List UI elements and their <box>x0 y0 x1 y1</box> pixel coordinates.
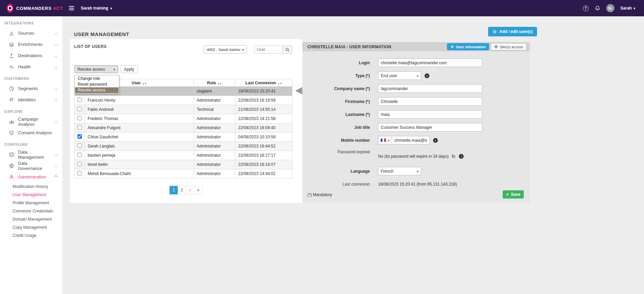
page-1-button[interactable]: 1 <box>169 186 178 194</box>
table-row[interactable]: Francois Henry Administrator 22/08/2023 … <box>75 96 292 105</box>
menu-item-change-role[interactable]: Change role <box>75 76 119 82</box>
add-edit-user-button[interactable]: Add / edit user(s) <box>488 27 537 36</box>
brand-accent: ACT <box>53 6 63 11</box>
lastname-label: Lastname (*) <box>302 112 370 117</box>
account-select-value: 4452 - Sarah training <box>207 48 240 52</box>
sidebar-subitem-credit-usage[interactable]: Credit Usage <box>0 231 62 240</box>
table-row[interactable]: Fabio Andreoli Technical 21/08/2023 14:5… <box>75 105 292 114</box>
password-info-icon[interactable] <box>459 154 464 159</box>
login-field[interactable] <box>378 58 482 67</box>
table-row[interactable]: Frederic Thomas Administrator 22/08/2023… <box>75 114 292 123</box>
sidebar-subitem-copy-management[interactable]: Copy Management <box>0 223 62 231</box>
sort-icons[interactable] <box>276 81 282 85</box>
sidebar-item-label: Segments <box>18 86 38 91</box>
sidebar-item-data-governance[interactable]: Data Governance <box>0 160 62 171</box>
role-column-header[interactable]: Role <box>194 79 235 87</box>
cell-last-connexion: 18/08/2023 15:20:41 <box>235 87 292 96</box>
row-checkbox[interactable] <box>77 116 82 120</box>
workspace-selector[interactable]: Sarah training <box>81 6 112 11</box>
sidebar-subitem-modification-history[interactable]: Modification History <box>0 183 62 191</box>
cell-user: Fabio Andreoli <box>85 105 194 114</box>
user-menu[interactable]: Sarah <box>621 6 635 11</box>
save-button[interactable]: Save <box>503 190 524 198</box>
health-pulse-icon <box>9 64 14 70</box>
tab-sites-access[interactable]: Site(s) access <box>491 43 526 50</box>
menu-icon[interactable] <box>67 3 76 13</box>
job-title-field[interactable] <box>378 123 482 132</box>
tab-label: Site(s) access <box>500 45 523 49</box>
table-row[interactable]: Sarah Langlais Administrator 22/08/2023 … <box>75 142 292 151</box>
sidebar-item-campaign-analysis[interactable]: Campaign Analysis <box>0 116 62 127</box>
panel-header: CHRISTELLE MAIA - USER INFORMATION User … <box>302 42 530 51</box>
search-button[interactable] <box>283 46 292 54</box>
tab-user-information[interactable]: User information <box>447 43 489 50</box>
refresh-password-icon[interactable]: ↻ <box>451 154 455 159</box>
sidebar-subitem-user-management[interactable]: User Management <box>0 191 62 199</box>
type-select[interactable]: End user <box>378 71 421 80</box>
lastname-field[interactable] <box>378 110 482 119</box>
sidebar-item-sources[interactable]: Sources <box>0 28 62 39</box>
cell-user: Alexandre Fulgoni <box>85 123 194 133</box>
chevron-down-icon <box>242 48 244 52</box>
cell-last-connexion: 22/08/2023 14:44:02 <box>235 169 292 178</box>
sidebar-subitem-domain-management[interactable]: Domain Management <box>0 215 62 223</box>
tab-label: User information <box>456 45 486 49</box>
password-expired-value: No (its password will expire in 24 days) <box>378 154 448 159</box>
table-row[interactable]: bastien pemeja Administrator 22/08/2023 … <box>75 151 292 160</box>
chevron-down-icon <box>54 120 57 123</box>
firstname-field[interactable] <box>378 97 482 106</box>
table-row[interactable]: Mehdi Benouada-Chaht Administrator 22/08… <box>75 169 292 178</box>
apply-button[interactable]: Apply <box>121 65 138 73</box>
notifications-bell-icon[interactable] <box>595 5 600 11</box>
menu-item-reset-password[interactable]: Reset password <box>75 82 119 87</box>
sidebar-item-destinations[interactable]: Destinations <box>0 50 62 61</box>
row-checkbox[interactable] <box>77 134 82 139</box>
row-checkbox[interactable] <box>77 107 82 111</box>
last-connexion-column-header[interactable]: Last Connexion <box>235 79 292 87</box>
identities-fingerprint-icon <box>9 97 14 103</box>
sidebar-item-data-management[interactable]: Data Management <box>0 149 62 160</box>
user-search-input[interactable] <box>254 46 283 54</box>
bulk-action-select[interactable]: Revoke access <box>74 65 118 73</box>
sidebar-item-consent-analysis[interactable]: Consent Analysis <box>0 127 62 138</box>
table-row[interactable]: Alexandre Fulgoni Administrator 22/08/20… <box>75 123 292 133</box>
account-select[interactable]: 4452 - Sarah training <box>204 45 247 54</box>
table-row[interactable]: Chloe Gaudichet Administrator 04/08/2023… <box>75 133 292 142</box>
cell-user: bastien pemeja <box>85 151 194 160</box>
next-page-button[interactable]: › <box>186 186 194 194</box>
workspace-label: Sarah training <box>81 6 108 11</box>
sidebar-item-identities[interactable]: Identities <box>0 94 62 105</box>
cell-role: Administrator <box>194 96 235 105</box>
mobile-info-icon[interactable] <box>433 138 438 143</box>
page-2-button[interactable]: 2 <box>178 186 186 194</box>
sidebar-item-enrichments[interactable]: Enrichments <box>0 39 62 50</box>
sidebar-item-health[interactable]: Health <box>0 61 62 72</box>
avatar[interactable]: SL <box>606 4 614 12</box>
sort-icons[interactable] <box>216 81 222 85</box>
sidebar-item-segments[interactable]: Segments <box>0 83 62 94</box>
sidebar-subitem-profile-management[interactable]: Profile Management <box>0 199 62 207</box>
sidebar-item-administration[interactable]: Administration <box>0 171 62 183</box>
chevron-down-icon <box>417 169 418 174</box>
sidebar-subitem-connector-credentials[interactable]: Connector Credentials <box>0 207 62 215</box>
type-info-icon[interactable] <box>425 73 429 78</box>
cell-last-connexion: 22/08/2023 16:44:52 <box>235 142 292 151</box>
row-checkbox[interactable] <box>77 98 82 102</box>
row-checkbox[interactable] <box>77 162 82 166</box>
row-checkbox[interactable] <box>77 143 82 148</box>
table-row[interactable]: lionel beilin Administrator 22/08/2023 1… <box>75 160 292 169</box>
menu-item-revoke-access[interactable]: Revoke access <box>75 87 119 93</box>
cell-role: stagiaire <box>194 87 235 96</box>
country-code-select[interactable] <box>378 136 392 144</box>
row-checkbox[interactable] <box>77 153 82 157</box>
sort-icons[interactable] <box>141 81 147 85</box>
row-checkbox[interactable] <box>77 171 82 175</box>
last-page-button[interactable]: » <box>194 186 202 194</box>
help-icon[interactable] <box>583 5 589 11</box>
topbar: COMMANDERSACT Sarah training SL Sarah <box>0 0 644 16</box>
mobile-number-field[interactable] <box>392 136 430 144</box>
row-checkbox[interactable] <box>77 125 82 129</box>
language-select[interactable]: French <box>378 167 421 175</box>
company-name-field[interactable] <box>378 84 482 93</box>
chevron-down-icon <box>54 65 58 69</box>
